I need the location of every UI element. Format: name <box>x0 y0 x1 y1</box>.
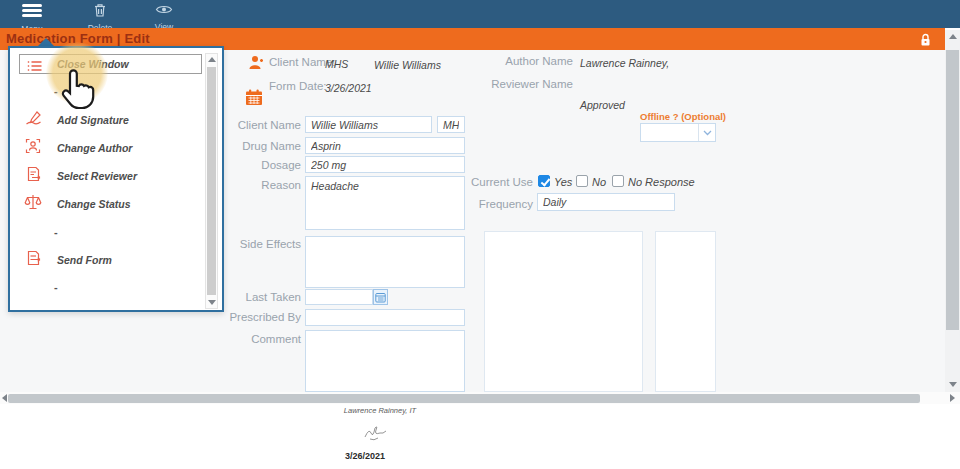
scroll-down-arrow-icon[interactable] <box>949 382 957 387</box>
right-panel-box-large <box>484 231 643 392</box>
eye-icon <box>155 3 173 20</box>
current-use-no-checkbox[interactable] <box>576 175 588 187</box>
vertical-scrollbar-thumb[interactable] <box>946 50 959 330</box>
signature-scribble <box>362 423 392 449</box>
side-effects-textarea[interactable] <box>305 236 465 288</box>
signature-icon <box>25 110 42 130</box>
header-client-name: Willie Williams <box>374 59 441 71</box>
comment-textarea[interactable] <box>305 330 465 392</box>
frequency-input[interactable] <box>537 193 675 211</box>
menu-separator: - <box>54 281 58 293</box>
current-use-no-response-checkbox[interactable] <box>612 175 624 187</box>
scroll-right-arrow-icon[interactable] <box>950 394 955 402</box>
list-icon <box>27 58 42 76</box>
menu-item-send-form-label: Send Form <box>57 254 112 266</box>
frequency-label: Frequency <box>440 198 533 210</box>
calendar-icon <box>245 89 263 110</box>
signature-name: Lawrence Rainney, IT <box>300 406 460 415</box>
lock-icon <box>920 33 931 51</box>
menu-item-change-status-label: Change Status <box>57 198 131 210</box>
client-name-input[interactable] <box>305 116 432 133</box>
menu-item-close-window-label: Close Window <box>57 58 129 70</box>
author-icon <box>25 138 41 158</box>
menu-scroll-down-icon[interactable] <box>208 300 216 305</box>
menu-popup: Close Window - Add Signature Change Auth… <box>8 46 224 312</box>
dosage-input[interactable] <box>305 156 465 173</box>
header-form-date: 3/26/2021 <box>325 82 372 94</box>
signature-date: 3/26/2021 <box>345 451 385 461</box>
send-form-icon <box>26 250 42 270</box>
header-status-approved: Approved <box>580 99 625 111</box>
hamburger-icon <box>22 2 42 19</box>
top-toolbar: Menu Delete View <box>0 0 960 28</box>
medication-form-window: Menu Delete View Medication Fo <box>0 0 960 469</box>
scroll-left-arrow-icon[interactable] <box>2 394 7 402</box>
current-use-no-response-label: No Response <box>628 176 695 188</box>
current-use-yes-checkbox[interactable] <box>538 175 550 187</box>
scroll-up-arrow-icon[interactable] <box>949 34 957 39</box>
horizontal-scrollbar[interactable] <box>0 392 960 404</box>
status-scales-icon <box>24 193 42 215</box>
last-taken-calendar-button[interactable] <box>373 289 388 305</box>
menu-separator: - <box>54 226 58 238</box>
header-client-code: MHS <box>325 58 348 70</box>
offline-optional-label: Offline ? (Optional) <box>640 111 726 122</box>
header-reviewer-name-label: Reviewer Name <box>470 78 573 90</box>
menu-item-select-reviewer-label: Select Reviewer <box>57 170 137 182</box>
reviewer-icon <box>26 166 42 186</box>
prescribed-by-label: Prescribed By <box>210 311 301 323</box>
trash-icon <box>92 4 108 21</box>
drug-name-input[interactable] <box>305 137 465 154</box>
client-person-icon <box>247 54 265 76</box>
horizontal-scrollbar-thumb[interactable] <box>8 394 920 403</box>
client-code-input[interactable] <box>437 116 465 133</box>
vertical-scrollbar[interactable] <box>945 30 960 392</box>
comment-label: Comment <box>210 333 301 345</box>
current-use-no-label: No <box>592 176 606 188</box>
menu-scrollbar-thumb[interactable] <box>207 67 216 295</box>
current-use-label: Current Use <box>440 176 533 188</box>
menu-item-add-signature-label: Add Signature <box>57 114 129 126</box>
menu-scrollbar[interactable] <box>205 53 218 309</box>
header-form-date-label: Form Date: <box>269 80 327 92</box>
header-author-name-label: Author Name <box>470 55 573 67</box>
menu-separator: - <box>54 85 58 97</box>
current-use-yes-label: Yes <box>554 176 572 188</box>
offline-select[interactable] <box>640 123 716 142</box>
menu-scroll-up-icon[interactable] <box>208 57 216 62</box>
last-taken-input[interactable] <box>305 289 373 305</box>
chevron-down-icon <box>698 124 715 141</box>
prescribed-by-input[interactable] <box>305 309 465 326</box>
menu-item-change-author-label: Change Author <box>57 142 132 154</box>
right-panel-box-small <box>655 231 716 392</box>
header-author-name: Lawrence Rainney, <box>580 57 669 69</box>
